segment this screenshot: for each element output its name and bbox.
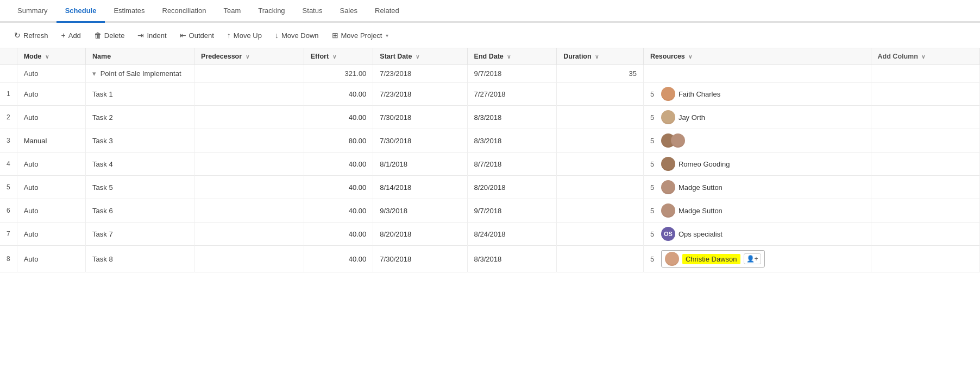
move-up-button[interactable]: ↑ Move Up xyxy=(222,28,267,42)
row-resources-2: 5 xyxy=(643,129,871,152)
tab-estimates[interactable]: Estimates xyxy=(105,0,153,23)
col-effort[interactable]: Effort ∨ xyxy=(304,48,373,65)
col-resources[interactable]: Resources ∨ xyxy=(643,48,871,65)
outdent-icon: ⇤ xyxy=(180,31,186,40)
row-mode-7: Auto xyxy=(17,246,85,272)
schedule-table: Mode ∨ Name Predecessor ∨ Effort ∨ Start… xyxy=(0,48,980,272)
resource-name-4: Madge Sutton xyxy=(679,183,723,192)
nav-tabs: Summary Schedule Estimates Reconciliatio… xyxy=(0,0,980,23)
row-predecessor-2 xyxy=(194,129,304,152)
row-duration-3 xyxy=(557,152,644,176)
move-down-button[interactable]: ↓ Move Down xyxy=(269,28,324,42)
row-effort-7: 40.00 xyxy=(304,246,373,272)
group-duration: 35 xyxy=(557,65,644,82)
row-predecessor-6 xyxy=(194,222,304,246)
row-start-0: 7/23/2018 xyxy=(373,82,467,106)
end-date-sort-icon: ∨ xyxy=(507,54,511,60)
row-resources-1: 5Jay Orth xyxy=(643,106,871,129)
row-add-col-7 xyxy=(871,246,979,272)
row-end-0: 7/27/2018 xyxy=(467,82,557,106)
row-end-7: 8/3/2018 xyxy=(467,246,557,272)
resource-name-1: Jay Orth xyxy=(679,113,705,122)
refresh-button[interactable]: ↻ Refresh xyxy=(9,28,54,42)
row-start-7: 7/30/2018 xyxy=(373,246,467,272)
row-start-3: 8/1/2018 xyxy=(373,152,467,176)
tab-tracking[interactable]: Tracking xyxy=(249,0,293,23)
add-col-sort-icon: ∨ xyxy=(921,54,925,60)
table-row: 4AutoTask 440.008/1/20188/7/20185Romeo G… xyxy=(0,152,980,176)
col-row-num xyxy=(0,48,17,65)
col-end-date[interactable]: End Date ∨ xyxy=(467,48,557,65)
row-resources-0: 5Faith Charles xyxy=(643,82,871,106)
col-name[interactable]: Name xyxy=(86,48,194,65)
resource-count-6: 5 xyxy=(650,230,658,238)
row-name-0: Task 1 xyxy=(86,82,194,106)
table-row: 5AutoTask 540.008/14/20188/20/20185Madge… xyxy=(0,176,980,199)
toolbar: ↻ Refresh + Add 🗑 Delete ⇥ Indent ⇤ Outd… xyxy=(0,23,980,48)
row-resources-7: 5Christie Dawson👤+ xyxy=(643,246,871,272)
avatar-1 xyxy=(661,110,675,124)
table-row: 3ManualTask 380.007/30/20188/3/20185 xyxy=(0,129,980,152)
row-predecessor-5 xyxy=(194,199,304,222)
avatar-6: OS xyxy=(661,227,675,241)
row-num-2: 3 xyxy=(0,129,17,152)
row-start-2: 7/30/2018 xyxy=(373,129,467,152)
table-body: Auto ▾ Point of Sale Implementat 321.00 … xyxy=(0,65,980,272)
table-row: 8AutoTask 840.007/30/20188/3/20185Christ… xyxy=(0,246,980,272)
row-add-col-1 xyxy=(871,106,979,129)
col-predecessor[interactable]: Predecessor ∨ xyxy=(194,48,304,65)
col-add-column[interactable]: Add Column ∨ xyxy=(871,48,979,65)
row-duration-6 xyxy=(557,222,644,246)
predecessor-sort-icon: ∨ xyxy=(246,54,249,60)
move-project-button[interactable]: ⊞ Move Project ▾ xyxy=(326,28,394,42)
col-duration[interactable]: Duration ∨ xyxy=(557,48,644,65)
group-mode: Auto xyxy=(17,65,85,82)
collapse-icon[interactable]: ▾ xyxy=(92,69,96,78)
move-down-icon: ↓ xyxy=(275,31,279,40)
row-name-2: Task 3 xyxy=(86,129,194,152)
row-num-7: 8 xyxy=(0,246,17,272)
assign-icon-7[interactable]: 👤+ xyxy=(744,253,761,264)
table-row: 2AutoTask 240.007/30/20188/3/20185Jay Or… xyxy=(0,106,980,129)
tab-team[interactable]: Team xyxy=(215,0,249,23)
avatar-0 xyxy=(661,87,675,101)
move-project-chevron: ▾ xyxy=(386,33,388,39)
move-up-icon: ↑ xyxy=(227,31,231,40)
row-num-6: 7 xyxy=(0,222,17,246)
row-end-1: 8/3/2018 xyxy=(467,106,557,129)
tab-reconciliation[interactable]: Reconciliation xyxy=(154,0,215,23)
row-mode-0: Auto xyxy=(17,82,85,106)
mode-sort-icon: ∨ xyxy=(45,54,49,60)
resource-count-1: 5 xyxy=(650,113,658,122)
outdent-button[interactable]: ⇤ Outdent xyxy=(174,28,219,42)
tab-status[interactable]: Status xyxy=(294,0,331,23)
indent-button[interactable]: ⇥ Indent xyxy=(132,28,172,42)
row-add-col-2 xyxy=(871,129,979,152)
group-resources xyxy=(643,65,871,82)
row-add-col-0 xyxy=(871,82,979,106)
table-row: 6AutoTask 640.009/3/20189/7/20185Madge S… xyxy=(0,199,980,222)
resource-count-0: 5 xyxy=(650,90,658,98)
indent-icon: ⇥ xyxy=(137,31,144,40)
col-mode[interactable]: Mode ∨ xyxy=(17,48,85,65)
tab-summary[interactable]: Summary xyxy=(9,0,56,23)
tab-related[interactable]: Related xyxy=(366,0,408,23)
add-button[interactable]: + Add xyxy=(56,28,86,42)
row-predecessor-1 xyxy=(194,106,304,129)
tab-schedule[interactable]: Schedule xyxy=(56,0,105,23)
delete-button[interactable]: 🗑 Delete xyxy=(89,28,130,42)
col-start-date[interactable]: Start Date ∨ xyxy=(373,48,467,65)
row-predecessor-4 xyxy=(194,176,304,199)
row-predecessor-7 xyxy=(194,246,304,272)
row-duration-2 xyxy=(557,129,644,152)
row-start-6: 8/20/2018 xyxy=(373,222,467,246)
group-start: 7/23/2018 xyxy=(373,65,467,82)
resource-highlight-7[interactable]: Christie Dawson👤+ xyxy=(661,250,765,268)
resource-name-5: Madge Sutton xyxy=(679,207,723,215)
row-num-1: 2 xyxy=(0,106,17,129)
row-duration-1 xyxy=(557,106,644,129)
row-effort-3: 40.00 xyxy=(304,152,373,176)
tab-sales[interactable]: Sales xyxy=(331,0,366,23)
effort-sort-icon: ∨ xyxy=(332,54,336,60)
table-row: 7AutoTask 740.008/20/20188/24/20185OSOps… xyxy=(0,222,980,246)
